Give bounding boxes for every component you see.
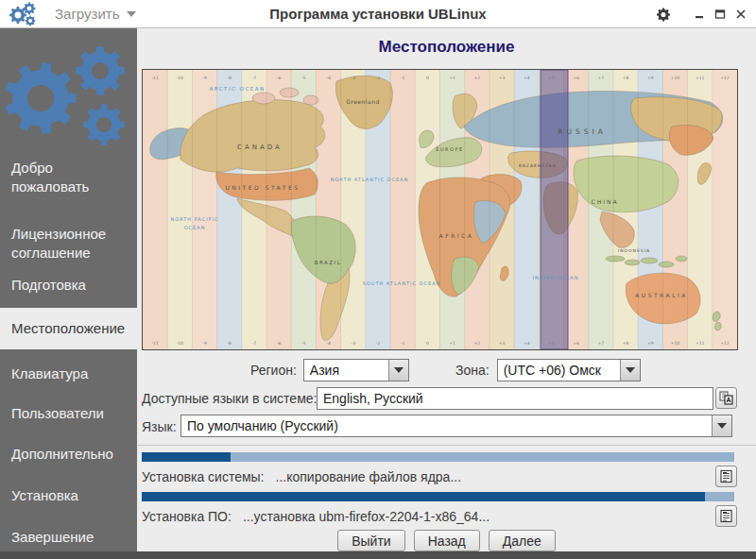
languages-label: Доступные языки в системе: (142, 391, 317, 406)
svg-text:+12: +12 (720, 341, 730, 346)
svg-text:+7: +7 (598, 76, 605, 80)
svg-text:-9: -9 (202, 341, 207, 346)
log-document-icon (719, 469, 733, 483)
software-install-label: Установка ПО: (142, 509, 232, 524)
svg-text:+2: +2 (473, 341, 480, 346)
languages-row: Доступные языки в системе: (142, 386, 751, 411)
load-button[interactable]: Загрузить (55, 6, 136, 22)
svg-text:+11: +11 (696, 341, 705, 346)
svg-text:-1: -1 (401, 341, 405, 346)
svg-text:-4: -4 (326, 76, 331, 80)
svg-text:NORTH PACIFIC: NORTH PACIFIC (170, 216, 218, 222)
system-status-row: Установка системы: ...копирование файлов… (142, 466, 709, 488)
language-select[interactable]: По умолчанию (Русский) (180, 415, 732, 437)
back-button[interactable]: Назад (414, 530, 480, 551)
timezone-map[interactable]: -11-11-10-10-9-9-8-8-7-7-6-6-5-5-4-4-3-3… (142, 69, 738, 350)
chevron-down-icon (620, 360, 640, 381)
svg-text:-7: -7 (252, 341, 257, 346)
region-zone-row: Регион: Азия Зона: (UTC +06) Омск (137, 359, 756, 383)
svg-text:-11: -11 (151, 341, 158, 346)
minimize-button[interactable] (692, 7, 707, 22)
sidebar-item-license[interactable]: Лицензионное соглашение (0, 225, 137, 263)
svg-text:CANADA: CANADA (237, 144, 283, 151)
system-progress-fill (142, 452, 231, 462)
gears-logo (0, 38, 137, 161)
svg-text:SOUTH ATLANTIC OCEAN: SOUTH ATLANTIC OCEAN (363, 280, 441, 286)
svg-text:+10: +10 (671, 341, 680, 346)
language-value: По умолчанию (Русский) (181, 415, 712, 436)
svg-text:UNITED STATES: UNITED STATES (225, 184, 300, 191)
system-install-status: ...копирование файлов ядра... (276, 469, 462, 484)
sidebar-item-preparation[interactable]: Подготовка (0, 276, 137, 295)
installer-window: Загрузить Программа установки UBLinux До… (0, 0, 756, 559)
svg-text:AUSTRALIA: AUSTRALIA (635, 292, 688, 298)
sidebar-item-location[interactable]: Местоположение (0, 308, 137, 349)
svg-text:+10: +10 (671, 76, 680, 80)
sidebar-item-keyboard[interactable]: Клавиатура (0, 364, 137, 383)
svg-text:-10: -10 (177, 76, 183, 80)
svg-text:CHINA: CHINA (591, 198, 618, 205)
window-bottom-edge (0, 551, 756, 559)
svg-text:EUROPE: EUROPE (436, 146, 463, 152)
sidebar-item-additional[interactable]: Дополнительно (0, 445, 137, 464)
software-progressbar (142, 492, 734, 501)
svg-text:0: 0 (426, 341, 429, 346)
svg-text:ARCTIC OCEAN: ARCTIC OCEAN (209, 86, 265, 92)
app-logo-gears-icon (8, 1, 40, 27)
sidebar-item-installation[interactable]: Установка (0, 486, 137, 505)
svg-text:+5: +5 (548, 341, 555, 346)
svg-text:BRAZIL: BRAZIL (315, 260, 342, 265)
minimize-icon (694, 8, 705, 20)
zone-select[interactable]: (UTC +06) Омск (497, 359, 641, 381)
svg-text:-9: -9 (202, 76, 207, 80)
svg-text:-8: -8 (227, 76, 232, 80)
svg-text:+5: +5 (548, 76, 555, 80)
close-button[interactable] (733, 7, 748, 22)
svg-text:Greenland: Greenland (346, 98, 380, 105)
svg-text:-5: -5 (301, 341, 306, 346)
svg-text:+12: +12 (720, 76, 730, 80)
translate-icon (719, 391, 733, 405)
software-progress-fill (142, 492, 705, 501)
settings-gear-button[interactable] (656, 7, 671, 22)
svg-text:+1: +1 (449, 341, 455, 346)
language-label: Язык: (142, 419, 177, 434)
main-panel: Местоположение (137, 28, 756, 551)
svg-text:+1: +1 (449, 76, 455, 80)
sidebar-item-finish[interactable]: Завершение (0, 528, 137, 547)
svg-text:NORTH ATLANTIC OCEAN: NORTH ATLANTIC OCEAN (331, 177, 409, 182)
svg-text:+6: +6 (573, 341, 579, 346)
sidebar-item-welcome[interactable]: Добро пожаловать (0, 159, 137, 196)
svg-text:-5: -5 (301, 76, 306, 80)
languages-input[interactable] (317, 387, 713, 410)
chevron-down-icon (388, 360, 408, 381)
maximize-button[interactable] (713, 7, 728, 22)
svg-text:-4: -4 (326, 341, 331, 346)
svg-text:+9: +9 (647, 76, 654, 80)
svg-text:-10: -10 (177, 341, 183, 346)
titlebar: Загрузить Программа установки UBLinux (0, 0, 756, 28)
svg-text:-2: -2 (376, 76, 381, 80)
svg-text:-7: -7 (252, 76, 257, 80)
maximize-icon (714, 8, 726, 20)
svg-text:+7: +7 (598, 341, 605, 346)
software-log-button[interactable] (715, 505, 737, 527)
system-log-button[interactable] (715, 466, 737, 487)
zone-label: Зона: (455, 363, 490, 378)
svg-text:+2: +2 (473, 76, 480, 80)
edit-languages-button[interactable] (715, 387, 737, 409)
svg-text:-1: -1 (401, 76, 405, 80)
svg-text:-3: -3 (352, 341, 356, 346)
sidebar-item-users[interactable]: Пользователи (0, 404, 137, 423)
page-title: Местоположение (137, 38, 756, 57)
exit-button[interactable]: Выйти (337, 530, 404, 551)
svg-text:INDONESIA: INDONESIA (618, 248, 650, 253)
svg-text:+3: +3 (499, 341, 506, 346)
region-select[interactable]: Азия (303, 359, 409, 381)
next-button[interactable]: Далее (489, 530, 556, 551)
svg-text:+8: +8 (623, 76, 629, 80)
load-button-label: Загрузить (55, 6, 120, 22)
svg-text:AFRICA: AFRICA (439, 232, 474, 239)
svg-text:+4: +4 (524, 341, 530, 346)
svg-text:-2: -2 (376, 341, 381, 346)
